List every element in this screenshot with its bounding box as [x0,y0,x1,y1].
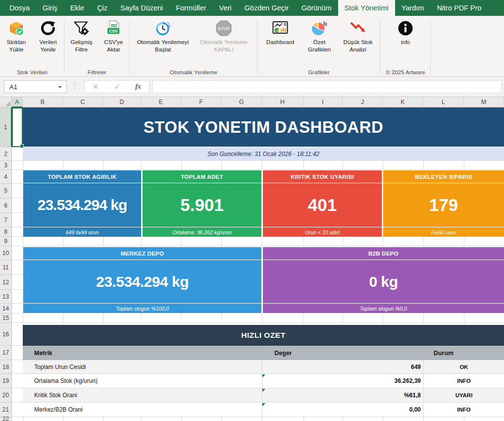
fill-handle[interactable] [20,144,24,148]
row-header-15[interactable]: 15 [0,314,12,323]
row-header-21[interactable]: 21 [0,403,12,417]
kpi-value-label: 401 [308,195,337,215]
row-header-14[interactable]: 14 [0,304,12,314]
summary-row[interactable]: Ortalama Stok (kg/urun) 36.262,39 INFO [23,374,504,388]
menu-tab-veri[interactable]: Veri [213,0,238,16]
export-csv-button[interactable]: CSV CSV'ye Aktar [99,19,129,53]
insert-function-icon[interactable]: fx [128,83,148,91]
dashboard-title-banner[interactable]: STOK YONETIM DASHBOARD [23,107,504,147]
kpi-value-label: 5.901 [180,195,224,215]
summary-header-row[interactable]: Metrik Deger Durum [23,346,504,360]
metric-cell: Merkez/B2B Orani [34,403,83,417]
gridline [103,237,103,246]
metric-cell: Toplam Urun Cesidi [34,360,86,373]
advanced-filter-button[interactable]: Gelişmiş Filtre [65,19,98,53]
column-header-K[interactable]: K [383,97,423,107]
menu-tab--iz[interactable]: Çiz [91,0,114,16]
row-header-4[interactable]: 4 [0,170,12,184]
column-header-H[interactable]: H [262,97,303,107]
row-header-9[interactable]: 9 [0,237,12,246]
button-label: Düşük Stok Analizi [339,39,377,53]
menu-tab-sayfa-d-zeni[interactable]: Sayfa Düzeni [114,0,169,16]
csv-file-icon: CSV [104,19,122,37]
refresh-data-button[interactable]: Verileri Yenile [33,19,63,53]
auto-refresh-off-button[interactable]: STOP Otomatik Yenileme KAPALI [194,19,254,53]
row-header-5[interactable]: 5 [0,184,12,198]
depot-value: 23.534.294 kg [23,260,261,303]
row-header-16[interactable]: 16 [0,323,12,346]
menu-tab-g-r-n-m[interactable]: Görünüm [295,0,338,16]
menu-tab-nitro-pdf-pro[interactable]: Nitro PDF Pro [430,0,488,16]
low-stock-analysis-button[interactable]: Düşük Stok Analizi [338,19,378,53]
menu-tab-giri-[interactable]: Giriş [36,0,64,16]
column-header-C[interactable]: C [63,97,103,107]
info-button[interactable]: info [392,19,419,47]
gridline [12,313,23,314]
formula-controls: fx [84,80,150,93]
column-header-F[interactable]: F [181,97,221,107]
status-cell: UYARI [424,388,504,402]
error-flag-icon [262,389,265,392]
column-header-L[interactable]: L [423,97,464,107]
start-auto-refresh-button[interactable]: Otomatik Yenilemeyi Başlat [133,19,193,53]
enter-check-icon[interactable] [106,82,128,91]
summary-row[interactable]: Merkez/B2B Orani 0,00 INFO [23,403,504,417]
gridline [12,322,23,323]
row-header-11[interactable]: 11 [0,260,12,275]
row-header-18[interactable]: 18 [0,360,12,374]
menu-tab-stok-y-netimi[interactable]: Stok Yönetimi [338,0,395,16]
status-cell: INFO [424,403,504,417]
summary-charts-button[interactable]: Özet Grafikleri [302,19,337,53]
menu-tab-g-zden-ge-ir[interactable]: Gözden Geçir [238,0,295,16]
menu-tab-ekle[interactable]: Ekle [64,0,91,16]
summary-row[interactable]: Kritik Stok Orani %61,8 UYARI [23,388,504,403]
menu-tab-form-ller[interactable]: Formüller [169,0,212,16]
column-header-G[interactable]: G [221,97,262,107]
summary-row[interactable]: Toplam Urun Cesidi 649 OK [23,360,504,374]
column-header-A[interactable]: A [12,97,23,107]
depot-card-b2b[interactable]: B2B DEPO 0 kg Toplam stogun %0,0 [263,247,504,313]
column-header-J[interactable]: J [343,97,383,107]
row-header-6[interactable]: 6 [0,198,12,213]
formula-input[interactable] [152,80,502,93]
load-stocks-button[interactable]: Stokları Yükle [1,19,32,53]
column-header-B[interactable]: B [23,97,63,107]
column-header-M[interactable]: M [464,97,504,107]
column-header-E[interactable]: E [141,97,181,107]
row-header-2[interactable]: 2 [0,147,12,161]
menu-tab-yard-m[interactable]: Yardım [395,0,431,16]
kpi-card-total-weight[interactable]: TOPLAM STOK AGIRLIK 23.534.294 kg 649 fa… [23,170,141,237]
name-box[interactable]: A1 [4,80,67,93]
row-header-20[interactable]: 20 [0,388,12,403]
row-header-13[interactable]: 13 [0,290,12,304]
column-header-I[interactable]: I [303,97,343,107]
row-header-12[interactable]: 12 [0,275,12,290]
info-icon [397,19,414,37]
last-update-banner[interactable]: Son Guncelleme: 31 Ocak 2026 - 18:11:42 [23,147,504,161]
svg-text:STOP: STOP [218,26,230,31]
kpi-card-critical-stock[interactable]: KRITIK STOK UYARISI 401 Urun < 10 adet [263,170,382,237]
dashboard-button[interactable]: Dashboard [259,19,301,47]
cancel-icon[interactable] [85,82,106,92]
row-header-8[interactable]: 8 [0,227,12,237]
gridline [262,314,262,323]
kpi-card-total-count[interactable]: TOPLAM ADET 5.901 Ortalama: 36.262 kg/ur… [143,170,261,237]
row-header-10[interactable]: 10 [0,246,12,260]
row-header-3[interactable]: 3 [0,161,12,170]
summary-title-banner[interactable]: HIZLI OZET [23,325,504,346]
chevron-down-icon[interactable] [58,86,62,88]
menu-tab-dosya[interactable]: Dosya [3,0,36,16]
row-header-22[interactable]: 22 [0,417,12,421]
select-all-corner[interactable] [0,97,12,107]
row-header-1[interactable]: 1 [0,107,12,147]
row-header-19[interactable]: 19 [0,374,12,388]
depot-card-merkez[interactable]: MERKEZ DEPO 23.534.294 kg Toplam stogun … [23,247,261,313]
row-header-7[interactable]: 7 [0,213,12,227]
button-label: Otomatik Yenileme KAPALI [195,39,253,53]
column-header-D[interactable]: D [103,97,141,107]
depot-footer: Toplam stogun %100,0 [23,304,261,313]
kpi-card-pending-orders[interactable]: BEKLEYEN SIPARIS 179 Farkli urun [383,170,504,237]
status-cell: INFO [424,374,504,388]
row-header-17[interactable]: 17 [0,346,12,360]
selected-cell-a1[interactable] [12,107,23,147]
